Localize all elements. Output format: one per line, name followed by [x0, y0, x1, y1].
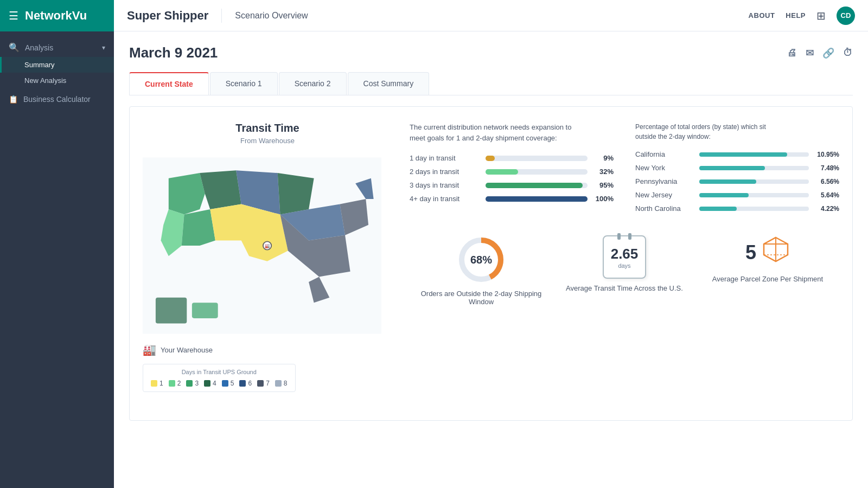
link-icon[interactable]: 🔗: [822, 47, 834, 59]
kpi-row: 68% Orders are Outside the 2-day Shippin…: [410, 235, 839, 306]
sidebar-item-new-analysis[interactable]: New Analysis: [0, 73, 114, 88]
state-bar-track: [699, 166, 809, 170]
legend-items: 12345678: [151, 380, 288, 387]
right-stats: Percentage of total orders (by state) wh…: [635, 122, 839, 218]
page-date-row: March 9 2021 🖨 ✉ 🔗 ⏱: [129, 44, 853, 61]
transit-time-value: 2.65: [611, 246, 639, 262]
legend-item-1: 1: [151, 380, 163, 387]
state-label: New Jersey: [635, 191, 695, 199]
transit-label: 4+ day in transit: [410, 195, 480, 203]
state-bar-fill: [699, 179, 756, 184]
sidebar-header: ☰ NetworkVu: [0, 0, 114, 31]
help-button[interactable]: HELP: [786, 11, 806, 20]
email-icon[interactable]: ✉: [806, 47, 814, 59]
legend-item-4: 4: [204, 380, 216, 387]
state-bar-pct: 4.22%: [813, 205, 839, 213]
transit-row-3: 4+ day in transit 100%: [410, 195, 614, 203]
transit-bar-track: [486, 169, 588, 175]
history-icon[interactable]: ⏱: [843, 47, 853, 59]
state-bar-pct: 5.64%: [813, 191, 839, 199]
topbar: Super Shipper Scenario Overview ABOUT HE…: [114, 0, 868, 31]
state-bar-fill: [699, 152, 787, 157]
transit-bar-pct: 32%: [593, 168, 614, 176]
kpi-transit-time-label: Average Transit Time Across the U.S.: [566, 284, 683, 292]
state-bar-fill: [699, 193, 749, 197]
warehouse-icon: 🏭: [143, 343, 156, 356]
state-row-0: California 10.95%: [635, 150, 839, 158]
legend-item-7: 7: [257, 380, 270, 387]
state-bar-fill: [699, 207, 737, 211]
panel-split: The current distribution network needs e…: [410, 122, 839, 218]
state-row-4: North Carolina 4.22%: [635, 204, 839, 213]
analysis-icon: 🔍: [9, 42, 20, 53]
sidebar: ☰ NetworkVu 🔍 Analysis ▾ Summary New Ana…: [0, 0, 114, 488]
transit-bar-track: [486, 183, 588, 188]
legend-item-2: 2: [169, 380, 181, 387]
kpi-outside-window-label: Orders are Outside the 2-day Shipping Wi…: [410, 290, 553, 306]
transit-label: 1 day in transit: [410, 154, 480, 162]
legend-item-6: 6: [239, 380, 252, 387]
state-row-1: New York 7.48%: [635, 164, 839, 172]
legend-item-5: 5: [222, 380, 234, 387]
app-title: Super Shipper: [127, 9, 222, 23]
state-row-2: Pennsylvania 6.56%: [635, 177, 839, 185]
legend-item-3: 3: [186, 380, 199, 387]
svg-rect-2: [192, 303, 218, 318]
transit-row-2: 3 days in transit 95%: [410, 181, 614, 189]
topbar-right: ABOUT HELP ⊞ CD: [749, 7, 855, 25]
state-bar-pct: 6.56%: [813, 178, 839, 185]
main-content: Super Shipper Scenario Overview ABOUT HE…: [114, 0, 868, 488]
map-container: 🏭: [143, 153, 381, 338]
kpi-parcel-zone-label: Average Parcel Zone Per Shipment: [712, 275, 823, 283]
state-bar-track: [699, 152, 809, 157]
print-icon[interactable]: 🖨: [787, 47, 797, 59]
content-area: March 9 2021 🖨 ✉ 🔗 ⏱ Current State Scena…: [114, 31, 868, 488]
state-bar-fill: [699, 166, 765, 170]
sidebar-logo: NetworkVu: [25, 9, 87, 23]
state-label: Pennsylvania: [635, 177, 695, 185]
transit-bar-fill: [486, 196, 588, 202]
hamburger-menu-icon[interactable]: ☰: [9, 9, 18, 22]
map-title: Transit Time: [143, 122, 392, 134]
state-bar-track: [699, 193, 809, 197]
tabs: Current State Scenario 1 Scenario 2 Cost…: [129, 72, 853, 95]
avatar[interactable]: CD: [837, 7, 855, 25]
legend-item-8: 8: [275, 380, 288, 387]
sidebar-item-analysis[interactable]: 🔍 Analysis ▾: [0, 38, 114, 57]
legend-box: Days in Transit UPS Ground 12345678: [143, 364, 296, 392]
apps-grid-icon[interactable]: ⊞: [816, 9, 826, 22]
scenario-label: Scenario Overview: [235, 11, 308, 21]
state-bar-pct: 10.95%: [813, 151, 839, 158]
transit-bar-pct: 95%: [593, 181, 614, 189]
about-button[interactable]: ABOUT: [749, 11, 775, 20]
map-section: Transit Time From Warehouse: [143, 122, 392, 392]
coverage-text: The current distribution network needs e…: [410, 122, 583, 143]
state-bar-track: [699, 179, 809, 184]
analysis-label: Analysis: [25, 43, 97, 52]
parcel-zone-value: 5: [745, 241, 756, 264]
map-subtitle: From Warehouse: [143, 137, 392, 145]
panel-inner: Transit Time From Warehouse: [143, 122, 839, 392]
transit-bar-fill: [486, 156, 495, 161]
tab-scenario-2[interactable]: Scenario 2: [279, 72, 347, 95]
state-label: New York: [635, 164, 695, 172]
calculator-icon: 📋: [9, 95, 18, 104]
tab-cost-summary[interactable]: Cost Summary: [348, 72, 430, 95]
page-actions: 🖨 ✉ 🔗 ⏱: [787, 47, 853, 59]
transit-bar-pct: 9%: [593, 154, 614, 162]
tab-scenario-1[interactable]: Scenario 1: [210, 72, 278, 95]
warehouse-label: 🏭 Your Warehouse: [143, 343, 392, 356]
left-stats: The current distribution network needs e…: [410, 122, 614, 218]
transit-bar-fill: [486, 183, 583, 188]
svg-text:🏭: 🏭: [265, 243, 270, 248]
us-map: 🏭: [143, 153, 381, 338]
transit-bar-track: [486, 196, 588, 202]
transit-label: 3 days in transit: [410, 181, 480, 189]
sidebar-item-summary[interactable]: Summary: [0, 57, 114, 73]
state-row-3: New Jersey 5.64%: [635, 191, 839, 199]
state-bar-pct: 7.48%: [813, 164, 839, 172]
calendar-icon: 2.65 days: [603, 235, 646, 279]
sidebar-item-business-calculator[interactable]: 📋 Business Calculator: [0, 91, 114, 108]
tab-current-state[interactable]: Current State: [129, 72, 209, 95]
transit-bar-fill: [486, 169, 518, 175]
